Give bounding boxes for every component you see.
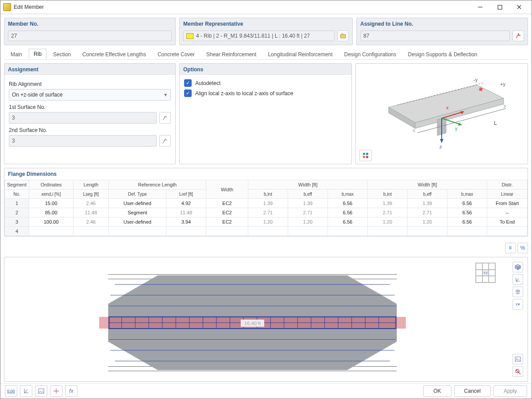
member-no-label: Member No. [4, 18, 175, 29]
view-wireframe-button[interactable] [513, 287, 523, 297]
pick-second-surface-button[interactable] [159, 135, 171, 147]
tab-rib[interactable]: Rib [29, 49, 46, 59]
maximize-button[interactable] [490, 1, 509, 13]
svg-line-70 [516, 370, 520, 374]
svg-rect-0 [498, 5, 502, 9]
table-row[interactable]: 115.002.46User-defined4.92EC21.391.396.5… [5, 199, 528, 208]
svg-rect-66 [515, 357, 520, 361]
svg-rect-21 [366, 153, 368, 155]
pick-arrow-icon [162, 115, 168, 121]
svg-text:z: z [439, 144, 442, 149]
svg-marker-10 [458, 123, 462, 126]
ok-button[interactable]: OK [423, 385, 451, 397]
svg-line-73 [24, 390, 27, 393]
app-icon [3, 3, 11, 11]
member-rep-value: 4 - Rib | 2 - R_M1 9.843/11.811 | L : 16… [183, 31, 335, 41]
layers-icon [515, 289, 521, 295]
tab-concrete-cover[interactable]: Concrete Cover [153, 49, 200, 59]
view-iso-button[interactable] [513, 262, 523, 272]
unknown-button-1[interactable] [50, 385, 62, 397]
close-icon [517, 4, 522, 10]
svg-text:y: y [455, 126, 458, 131]
tab-design-supports-deflection[interactable]: Design Supports & Deflection [403, 49, 482, 59]
viewer-export-button[interactable] [513, 354, 523, 364]
close-window-button[interactable] [509, 1, 529, 13]
tab-shear-reinforcement[interactable]: Shear Reinforcement [201, 49, 261, 59]
cube-icon [515, 264, 521, 270]
render-button[interactable] [35, 385, 47, 397]
window-title: Edit Member [14, 4, 44, 10]
tab-strip: Main Rib Section Concrete Effective Leng… [4, 49, 528, 60]
model-button[interactable] [20, 385, 32, 397]
tab-longitudinal-reinforcement[interactable]: Longitudinal Reinforcement [263, 49, 337, 59]
second-surface-label: 2nd Surface No. [9, 127, 171, 133]
rib-alignment-select[interactable]: On +z-side of surface [9, 89, 171, 101]
svg-text:16.40 ft: 16.40 ft [244, 321, 261, 326]
svg-marker-13 [440, 139, 443, 143]
view-axes-button[interactable] [513, 274, 523, 285]
view-label-button[interactable]: x▾ [513, 299, 523, 310]
triad-icon [23, 388, 29, 394]
formula-button[interactable]: fx [65, 385, 77, 397]
palette-icon [362, 152, 369, 159]
align-z-label: Align local z-axis to local z-axis of su… [195, 90, 293, 97]
svg-rect-1 [340, 35, 346, 38]
zoom-reset-icon [515, 368, 521, 375]
rib-alignment-label: Rib Alignment [9, 81, 171, 87]
assigned-line-label: Assigned to Line No. [357, 18, 528, 29]
col-distr: Distr. [487, 180, 528, 190]
svg-text:x: x [446, 105, 449, 110]
autodetect-label: Autodetect [195, 80, 220, 86]
svg-rect-23 [366, 156, 368, 158]
col-width: Width [206, 180, 248, 199]
pick-line-button[interactable] [513, 31, 524, 41]
target-icon [53, 388, 59, 394]
svg-text:+y: +y [500, 81, 505, 87]
col-ref-length: Reference Length [109, 180, 206, 190]
col-width-left: Width [ft] [248, 180, 368, 190]
autodetect-checkbox[interactable]: ✓ [184, 79, 192, 87]
picture-icon [38, 388, 44, 394]
rib-color-swatch [186, 33, 193, 39]
first-surface-label: 1st Surface No. [9, 104, 171, 110]
minimize-button[interactable] [470, 1, 490, 13]
col-length: Length [73, 180, 109, 190]
assignment-title: Assignment [4, 64, 175, 74]
viewer-reset-button[interactable] [513, 366, 523, 377]
member-no-input[interactable]: 27 [8, 31, 172, 41]
first-surface-input[interactable]: 3 [9, 112, 157, 124]
tab-section[interactable]: Section [48, 49, 76, 59]
flange-title: Flange Dimensions [4, 168, 528, 180]
picture-icon [515, 356, 521, 362]
cancel-button[interactable]: Cancel [454, 385, 491, 397]
pick-first-surface-button[interactable] [159, 112, 171, 124]
apply-button[interactable]: Apply [493, 385, 527, 397]
tab-design-config[interactable]: Design Configurations [339, 49, 401, 59]
table-row-empty[interactable]: 4 [5, 227, 528, 236]
second-surface-input[interactable]: 3 [9, 135, 157, 147]
axes-icon [515, 276, 521, 283]
assigned-line-input[interactable]: 87 [360, 31, 510, 41]
units-button[interactable]: 0,00 [5, 385, 17, 397]
nav-cube[interactable]: +z [475, 263, 496, 283]
svg-rect-22 [363, 156, 365, 158]
table-row[interactable]: 3100.002.46User-defined3.94EC21.201.206.… [5, 217, 528, 227]
maximize-icon [497, 5, 502, 10]
flange-viewer[interactable]: 16.40 ft +z x▾ [4, 257, 528, 382]
flange-table[interactable]: Segment Ordinates Length Reference Lengt… [4, 180, 528, 236]
tab-main[interactable]: Main [6, 49, 27, 59]
grid-percent-button[interactable]: % [517, 243, 528, 253]
folder-edit-icon [340, 33, 346, 39]
svg-rect-74 [39, 389, 44, 393]
bottom-toolbar: 0,00 fx OK Cancel Apply [0, 383, 532, 399]
member-rep-edit-button[interactable] [337, 31, 349, 41]
tab-concrete-eff-lengths[interactable]: Concrete Effective Lengths [77, 49, 151, 59]
preview-colors-button[interactable] [359, 150, 372, 161]
svg-line-65 [516, 279, 519, 281]
align-z-checkbox[interactable]: ✓ [184, 89, 192, 97]
grid-equals-button[interactable]: = [505, 243, 516, 253]
svg-text:L: L [494, 120, 497, 126]
col-width-right: Width [ft] [368, 180, 487, 190]
table-row[interactable]: 285.0011.48Segment11.48EC22.712.716.562.… [5, 208, 528, 217]
svg-text:-y: -y [474, 77, 478, 82]
